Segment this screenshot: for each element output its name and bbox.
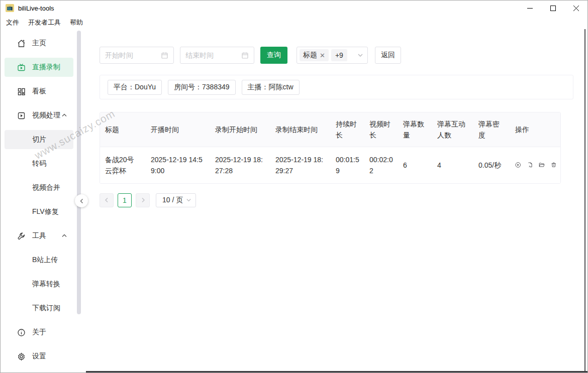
minimize-button[interactable]	[518, 1, 541, 16]
live-record-icon	[17, 63, 26, 72]
sidebar-item-transcode[interactable]: 转码	[5, 154, 73, 173]
cell-live-start: 2025-12-19 14:59:00	[146, 147, 210, 183]
close-icon[interactable]: ✕	[320, 52, 325, 59]
sidebar-item-download-subscribe[interactable]: 下载订阅	[5, 299, 73, 318]
page-size-value: 10 / 页	[162, 196, 183, 205]
chevron-up-icon[interactable]	[61, 233, 67, 239]
calendar-icon	[241, 52, 249, 59]
recordings-table: 标题 开播时间 录制开始时间 录制结束时间 持续时长 视频时长 弹幕数量 弹幕互…	[100, 112, 561, 184]
cell-actions	[510, 147, 561, 183]
menu-help[interactable]: 帮助	[65, 17, 87, 29]
sidebar-item-label: FLV修复	[32, 207, 59, 216]
sidebar-item-label: 关于	[32, 328, 46, 337]
column-header-danmu-users: 弹幕互动人数	[432, 112, 473, 147]
cell-danmu-density: 0.05/秒	[473, 147, 510, 183]
info-icon	[17, 328, 26, 337]
close-button[interactable]	[564, 1, 587, 16]
column-header-record-end: 录制结束时间	[270, 112, 331, 147]
sidebar-item-settings[interactable]: 设置	[5, 347, 73, 366]
column-filter-select[interactable]: 标题 ✕ +9	[297, 47, 368, 64]
page-number-button[interactable]: 1	[118, 193, 132, 207]
next-page-button[interactable]	[136, 193, 150, 207]
sidebar-item-video-merge[interactable]: 视频合并	[5, 178, 73, 197]
room-info-bar: 平台：DouYu 房间号：7388349 主播：阿陈ctw	[100, 75, 573, 99]
dashboard-icon	[17, 87, 26, 96]
search-button[interactable]: 查询	[260, 47, 287, 64]
export-file-icon[interactable]	[527, 161, 533, 169]
sidebar-item-clip[interactable]: 切片	[5, 130, 73, 149]
chevron-down-icon	[186, 197, 191, 203]
sidebar-item-tools[interactable]: 工具	[5, 226, 73, 245]
column-header-danmu-density: 弹幕密度	[473, 112, 510, 147]
title-bar: 📺 biliLive-tools	[1, 1, 587, 16]
start-time-picker[interactable]	[100, 47, 174, 64]
menu-bar: 文件 开发者工具 帮助	[1, 16, 587, 29]
main-scrollbar[interactable]	[584, 29, 585, 372]
sidebar-item-label: 主页	[32, 39, 46, 48]
end-time-picker[interactable]	[180, 47, 254, 64]
sidebar-item-label: 下载订阅	[32, 304, 60, 313]
main-content: 查询 标题 ✕ +9 返回 平台：DouYu 房间号：7388349 主播：阿陈…	[100, 29, 573, 207]
taskbar-sliver	[86, 371, 587, 372]
app-icon: 📺	[6, 4, 14, 12]
column-header-danmu-count: 弹幕数量	[398, 112, 432, 147]
filter-more-count: +9	[331, 49, 347, 61]
filter-tag: 标题 ✕	[300, 49, 329, 61]
sidebar-item-label: 工具	[32, 231, 46, 240]
column-header-live-start: 开播时间	[146, 112, 210, 147]
column-header-title: 标题	[100, 112, 146, 147]
cell-duration: 00:01:59	[331, 147, 364, 183]
cell-danmu-users: 4	[432, 147, 473, 183]
menu-devtools[interactable]: 开发者工具	[24, 17, 65, 29]
start-time-input[interactable]	[105, 51, 161, 59]
wrench-icon	[17, 232, 26, 240]
platform-tag: 平台：DouYu	[108, 80, 162, 95]
sidebar-item-dashboard[interactable]: 看板	[5, 82, 73, 101]
sidebar-item-bili-upload[interactable]: B站上传	[5, 251, 73, 270]
cell-record-start: 2025-12-19 18:27:28	[210, 147, 270, 183]
prev-page-button[interactable]	[100, 193, 114, 207]
column-header-record-start: 录制开始时间	[210, 112, 270, 147]
cell-video-length: 00:02:02	[364, 147, 398, 183]
sidebar-item-danmu-convert[interactable]: 弹幕转换	[5, 275, 73, 294]
menu-file[interactable]: 文件	[2, 17, 24, 29]
delete-icon[interactable]	[551, 161, 557, 169]
sidebar-item-video-process[interactable]: 视频处理	[5, 106, 73, 125]
home-icon	[17, 39, 26, 48]
chevron-up-icon[interactable]	[61, 112, 67, 118]
sidebar-item-label: 切片	[32, 135, 46, 144]
table-row: 备战20号云弈杯 2025-12-19 14:59:00 2025-12-19 …	[100, 147, 561, 183]
sidebar: 主页 直播录制 看板 视频处理 切片 转码	[1, 29, 76, 372]
sidebar-item-home[interactable]: 主页	[5, 34, 73, 53]
column-header-duration: 持续时长	[331, 112, 364, 147]
sidebar-collapse-button[interactable]	[75, 194, 88, 207]
filter-tag-label: 标题	[303, 51, 317, 60]
sidebar-item-label: 直播录制	[32, 63, 60, 72]
column-header-video-length: 视频时长	[364, 112, 398, 147]
sidebar-item-label: 视频处理	[32, 111, 60, 120]
streamer-tag: 主播：阿陈ctw	[242, 80, 300, 95]
room-number-tag: 房间号：7388349	[168, 80, 236, 95]
table-header-row: 标题 开播时间 录制开始时间 录制结束时间 持续时长 视频时长 弹幕数量 弹幕互…	[100, 112, 561, 147]
video-process-icon	[17, 111, 26, 120]
back-button[interactable]: 返回	[375, 47, 401, 64]
sidebar-item-live-record[interactable]: 直播录制	[5, 58, 73, 77]
sidebar-item-about[interactable]: 关于	[5, 323, 73, 342]
cell-danmu-count: 6	[398, 147, 432, 183]
app-title: biliLive-tools	[18, 5, 54, 12]
end-time-input[interactable]	[185, 51, 241, 59]
sidebar-item-flv-repair[interactable]: FLV修复	[5, 202, 73, 221]
page-size-select[interactable]: 10 / 页	[156, 193, 196, 207]
cell-title: 备战20号云弈杯	[100, 147, 146, 183]
sidebar-scrollbar[interactable]	[77, 31, 81, 314]
sidebar-item-label: 视频合并	[32, 183, 60, 192]
column-header-actions: 操作	[510, 112, 561, 147]
sidebar-item-label: 设置	[32, 352, 46, 361]
open-folder-icon[interactable]	[539, 161, 545, 169]
calendar-icon	[161, 52, 168, 59]
maximize-button[interactable]	[541, 1, 564, 16]
gear-icon	[17, 352, 26, 361]
filter-bar: 查询 标题 ✕ +9 返回	[100, 47, 573, 64]
sidebar-item-label: 看板	[32, 87, 46, 96]
play-icon[interactable]	[515, 161, 521, 169]
